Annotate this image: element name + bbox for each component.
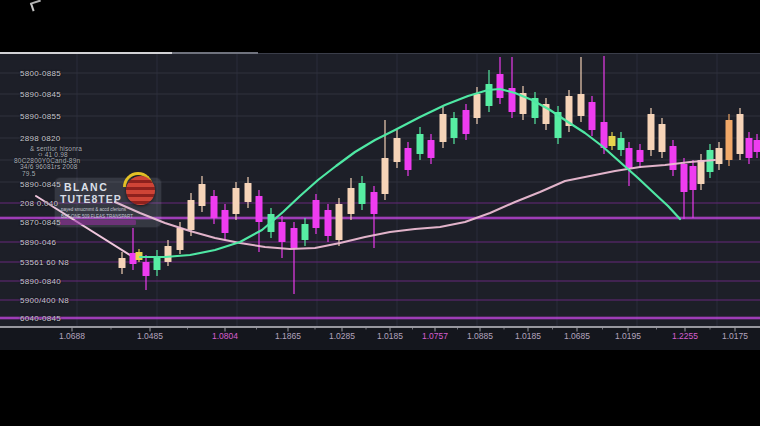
candle [279,222,286,242]
legend-line: 79.5 [22,169,35,176]
price-label: 5890-0845 [20,90,61,99]
price-label: 5900/400 N8 [20,296,69,305]
candle [302,224,309,240]
time-label: 1.1865 [275,331,301,341]
price-label: 208 0.040 [20,199,58,208]
candle [291,228,298,248]
bottom-letterbox [0,350,760,426]
candle [177,228,184,250]
candle [716,148,723,164]
watermark-subline1: payed smucmmt & accd cferions [61,207,126,212]
price-label: 53561 60 N8 [20,258,69,267]
candle [589,102,596,130]
price-label: 2898 0820 [20,134,61,143]
time-label: 1.0757 [422,331,448,341]
candle [405,148,412,170]
candle [746,138,753,158]
candle [188,200,195,230]
watermark-title-line1: BLANC [64,181,108,193]
time-label: 1.0804 [212,331,238,341]
candle [440,114,447,142]
candle [754,140,760,152]
candle [609,136,616,146]
candle [681,164,688,192]
candle [578,94,585,116]
candle [486,84,493,106]
candle [451,118,458,138]
trading-chart-screenshot: 5800-08855890-08455890-08552898 08205890… [0,0,760,426]
candle [371,192,378,214]
time-label: 1.0485 [137,331,163,341]
candle [618,138,625,150]
candle [726,120,733,160]
candle [336,204,343,240]
candle [143,262,150,276]
candle [313,200,320,228]
candle [348,188,355,214]
candle [245,183,252,202]
candle [428,140,435,158]
candle [417,134,424,154]
candle [222,210,229,233]
time-label: 1.0195 [615,331,641,341]
candle [637,150,644,162]
candle [497,74,504,98]
candle [119,258,126,268]
candle [233,188,240,214]
watermark-accent-bar [60,220,136,225]
candle [690,166,697,190]
time-label: 1.0688 [59,331,85,341]
candle [601,122,608,148]
candle [698,160,705,184]
red-logo-icon [126,176,155,205]
price-label: 5890-0840 [20,277,61,286]
top-left-mark [30,0,43,11]
price-label: 5800-0885 [20,69,61,78]
candle [199,184,206,206]
time-label: 1.0685 [564,331,590,341]
price-label: 6040-0845 [20,314,61,323]
candle [256,196,263,222]
price-label: 5890-046 [20,238,56,247]
watermark-card: BLANC TUTE8TEP payed smucmmt & accd cfer… [55,178,161,227]
time-label: 1.0885 [467,331,493,341]
time-label: 1.0175 [722,331,748,341]
time-label: 1.0185 [515,331,541,341]
candle [325,210,332,236]
time-label: 1.0185 [377,331,403,341]
candle [211,196,218,218]
time-label: 1.0285 [329,331,355,341]
candle [130,253,137,264]
candle [737,114,744,154]
watermark-subline2: B&T-ONE 509 FLEAS TRANSPART [61,214,133,219]
time-label: 1.2255 [672,331,698,341]
candle [359,183,366,204]
candle [463,110,470,134]
candle [382,158,389,194]
candle [165,246,172,262]
candle [670,146,677,170]
top-letterbox [0,0,760,54]
candle [394,138,401,162]
watermark-title-line2: TUTE8TEP [60,193,122,205]
candle [659,124,666,152]
price-label: 5890-0855 [20,112,61,121]
candle [648,114,655,150]
candle [626,148,633,168]
candle [474,94,481,118]
